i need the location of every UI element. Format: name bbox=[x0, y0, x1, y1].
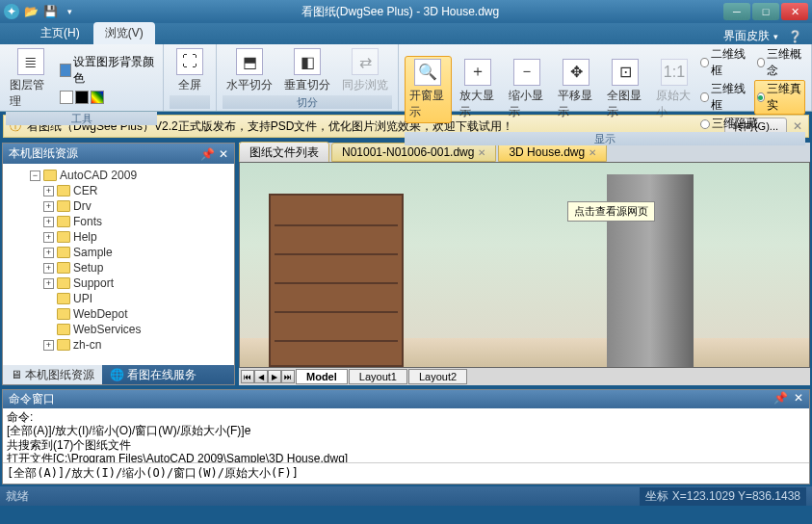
expand-icon[interactable]: + bbox=[43, 217, 54, 227]
first-button[interactable]: ⏮ bbox=[241, 370, 254, 383]
zoom-out-icon: － bbox=[513, 59, 540, 86]
sidebar-pin-icon[interactable]: 📌 bbox=[200, 147, 215, 161]
origsize-icon: 1:1 bbox=[661, 59, 688, 86]
status-ready: 就绪 bbox=[6, 488, 29, 505]
vsplit-button[interactable]: ◧垂直切分 bbox=[280, 46, 334, 95]
save-icon[interactable]: 💾 bbox=[42, 4, 58, 19]
open-icon[interactable]: 📂 bbox=[23, 4, 39, 19]
orig-size-button: 1:1原始大小 bbox=[652, 57, 697, 122]
disk-icon: 🖥 bbox=[11, 368, 22, 381]
sidebar-tab-local[interactable]: 🖥本机图纸资源 bbox=[3, 365, 102, 384]
color-black[interactable] bbox=[75, 91, 89, 104]
sidebar-close-icon[interactable]: ✕ bbox=[219, 147, 228, 161]
folder-icon bbox=[57, 277, 70, 289]
scene-bookshelf bbox=[269, 194, 404, 367]
last-button[interactable]: ⏭ bbox=[281, 370, 295, 383]
expand-icon[interactable]: + bbox=[43, 263, 54, 274]
radio-hide3d[interactable]: 三维隐藏 bbox=[700, 116, 758, 132]
tab-close-icon[interactable]: ✕ bbox=[589, 147, 596, 158]
close-button[interactable]: ✕ bbox=[781, 3, 808, 20]
fullscreen-button[interactable]: ⛶全屏 bbox=[170, 46, 210, 95]
hsplit-icon: ⬒ bbox=[236, 48, 263, 75]
zoom-all-icon: ⊡ bbox=[612, 59, 639, 86]
tab-home[interactable]: 主页(H) bbox=[29, 22, 92, 44]
drawing-canvas[interactable]: 点击查看源网页 bbox=[239, 162, 810, 368]
command-title: 命令窗口 📌 ✕ bbox=[3, 390, 809, 408]
doctab-list[interactable]: 图纸文件列表 bbox=[239, 142, 329, 164]
expand-icon[interactable]: + bbox=[43, 278, 54, 289]
radio-concept3d[interactable]: 三维概念 bbox=[757, 46, 805, 79]
prev-button[interactable]: ◀ bbox=[254, 370, 268, 383]
tree-item[interactable]: UPI bbox=[5, 291, 232, 306]
app-icon: ✦ bbox=[4, 4, 19, 19]
folder-icon bbox=[57, 262, 70, 274]
tree-item[interactable]: +Setup bbox=[5, 260, 232, 275]
zoom-all-button[interactable]: ⊡全图显示 bbox=[603, 57, 648, 122]
expand-icon[interactable]: + bbox=[43, 340, 54, 351]
tab-layout1[interactable]: Layout1 bbox=[349, 369, 407, 384]
tree-item[interactable]: +Sample bbox=[5, 245, 232, 260]
radio-real3d[interactable]: 三维真实 bbox=[754, 80, 805, 115]
tab-model[interactable]: Model bbox=[296, 369, 348, 384]
zoom-in-icon: ＋ bbox=[464, 59, 491, 86]
collapse-icon[interactable]: − bbox=[30, 170, 40, 181]
skin-menu[interactable]: 界面皮肤 bbox=[723, 28, 770, 44]
status-coordinates: 坐标 X=123.1029 Y=836.1438 bbox=[640, 487, 806, 506]
tab-view[interactable]: 浏览(V) bbox=[93, 22, 155, 44]
folder-icon bbox=[57, 231, 70, 243]
expand-icon[interactable]: + bbox=[43, 248, 54, 258]
source-tooltip[interactable]: 点击查看源网页 bbox=[567, 201, 655, 222]
cmd-pin-icon[interactable]: 📌 bbox=[773, 391, 788, 407]
tree-item[interactable]: WebDepot bbox=[5, 306, 232, 322]
hsplit-button[interactable]: ⬒水平切分 bbox=[223, 46, 276, 95]
tree-item[interactable]: +Help bbox=[5, 229, 232, 245]
bgcolor-row[interactable]: 设置图形背景颜色 bbox=[60, 54, 158, 87]
cmd-close-icon[interactable]: ✕ bbox=[794, 391, 803, 407]
pan-icon: ✥ bbox=[563, 59, 589, 86]
folder-icon bbox=[43, 170, 57, 181]
next-button[interactable]: ▶ bbox=[268, 370, 281, 383]
sidebar-title: 本机图纸资源 📌 ✕ bbox=[3, 144, 234, 164]
tree-item[interactable]: WebServices bbox=[5, 322, 232, 337]
tree-item[interactable]: +Support bbox=[5, 275, 232, 291]
render-mode-options: 二维线框 三维概念 三维线框 三维真实 三维隐藏 bbox=[700, 46, 805, 132]
minimize-button[interactable]: ─ bbox=[723, 3, 750, 20]
tree-root[interactable]: −AutoCAD 2009 bbox=[5, 168, 232, 183]
radio-wire3d[interactable]: 三维线框 bbox=[700, 80, 746, 115]
folder-tree[interactable]: −AutoCAD 2009 +CER +Drv +Fonts +Help +Sa… bbox=[3, 164, 234, 365]
tree-item[interactable]: +CER bbox=[5, 183, 232, 198]
doctab-file2[interactable]: 3D House.dwg✕ bbox=[498, 143, 607, 162]
expand-icon[interactable]: + bbox=[43, 232, 54, 243]
color-white[interactable] bbox=[60, 91, 73, 104]
tab-layout2[interactable]: Layout2 bbox=[408, 369, 467, 384]
menubar: 主页(H) 浏览(V) 界面皮肤 ▾ ❔ bbox=[0, 23, 812, 44]
zoom-out-button[interactable]: －缩小显示 bbox=[505, 57, 550, 122]
tree-item[interactable]: +zh-cn bbox=[5, 337, 232, 353]
folder-icon bbox=[57, 293, 70, 304]
expand-icon[interactable]: + bbox=[43, 201, 54, 212]
folder-icon bbox=[57, 339, 70, 351]
expand-icon[interactable]: + bbox=[43, 186, 54, 196]
maximize-button[interactable]: □ bbox=[752, 3, 779, 20]
layer-mgr-button[interactable]: ≣ 图层管理 bbox=[6, 46, 56, 112]
tree-item[interactable]: +Fonts bbox=[5, 214, 232, 229]
command-input[interactable]: [全部(A)]/放大(I)/缩小(O)/窗口(W)/原始大小(F)] bbox=[3, 462, 809, 484]
command-output: 命令: [全部(A)]/放大(I)/缩小(O)/窗口(W)/原始大小(F)]e … bbox=[3, 408, 809, 462]
pan-button[interactable]: ✥平移显示 bbox=[554, 57, 599, 122]
tab-close-icon[interactable]: ✕ bbox=[478, 147, 485, 158]
color-more[interactable] bbox=[91, 91, 104, 104]
sidebar: 本机图纸资源 📌 ✕ −AutoCAD 2009 +CER +Drv +Font… bbox=[2, 143, 235, 385]
document-tabs: 图纸文件列表 N01001-N01006-001.dwg✕ 3D House.d… bbox=[239, 143, 810, 162]
zoom-window-button[interactable]: 🔍开窗显示 bbox=[405, 56, 452, 123]
sidebar-tab-online[interactable]: 🌐看图在线服务 bbox=[102, 365, 204, 384]
titlebar: ✦ 📂 💾 ▾ 看图纸(DwgSee Plus) - 3D House.dwg … bbox=[0, 0, 812, 23]
tree-item[interactable]: +Drv bbox=[5, 198, 232, 214]
sync-button: ⇄同步浏览 bbox=[338, 46, 392, 95]
radio-wire2d[interactable]: 二维线框 bbox=[700, 46, 748, 79]
color-swatch-icon bbox=[60, 64, 72, 77]
zoom-in-button[interactable]: ＋放大显示 bbox=[456, 57, 501, 122]
dropdown-icon[interactable]: ▾ bbox=[62, 4, 77, 19]
help-icon[interactable]: ❔ bbox=[788, 30, 802, 43]
doctab-file1[interactable]: N01001-N01006-001.dwg✕ bbox=[331, 143, 496, 162]
chevron-down-icon[interactable]: ▾ bbox=[773, 32, 778, 41]
